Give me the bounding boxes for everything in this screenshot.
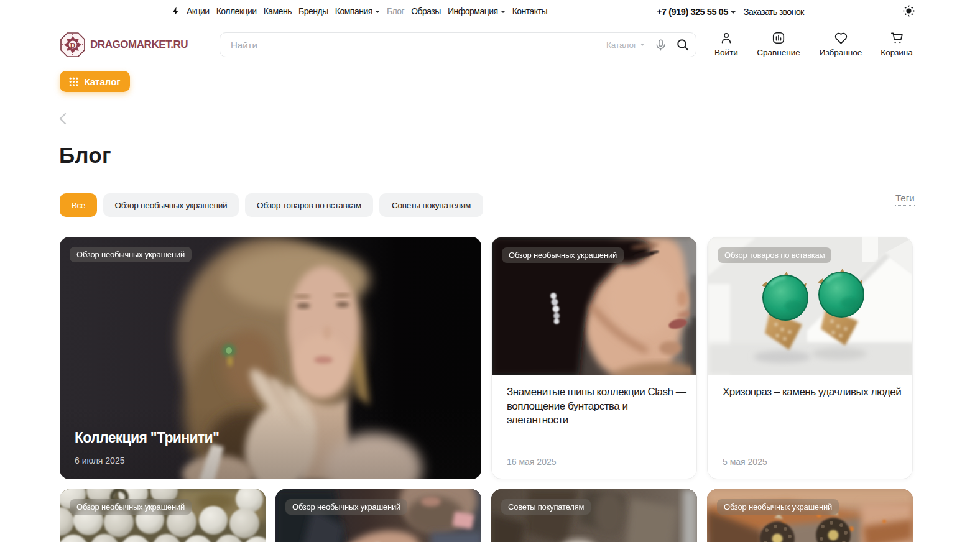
svg-text:D: D: [70, 41, 75, 50]
